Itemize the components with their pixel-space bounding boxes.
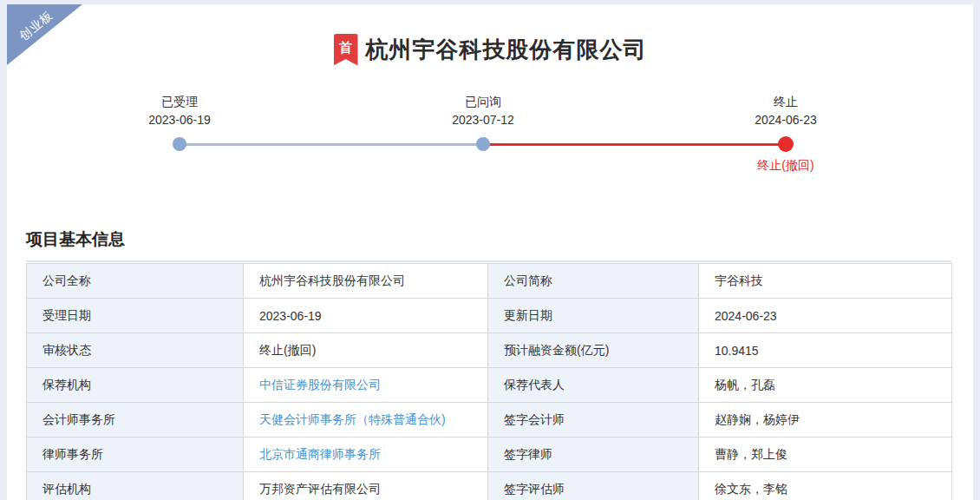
field-label: 律师事务所 bbox=[27, 438, 244, 472]
table-row: 受理日期 2023-06-19 更新日期 2024-06-23 bbox=[27, 299, 952, 333]
stage-dot-icon bbox=[173, 137, 186, 151]
stage-substatus: 终止(撤回) bbox=[716, 158, 855, 174]
field-label: 预计融资金额(亿元) bbox=[488, 333, 699, 368]
review-status-timeline: 已受理 2023-06-19 已问询 2023-07-12 终止 2024-06… bbox=[7, 66, 973, 188]
stage-label: 终止 bbox=[716, 95, 855, 110]
page-header: 首 杭州宇谷科技股份有限公司 bbox=[7, 4, 973, 66]
law-firm-link[interactable]: 北京市通商律师事务所 bbox=[259, 447, 381, 461]
ipo-first-badge-icon: 首 bbox=[334, 34, 358, 66]
content-card: 创业板 首 杭州宇谷科技股份有限公司 已受理 2023-06-19 已问询 20… bbox=[7, 4, 973, 500]
stage-dot-icon bbox=[476, 137, 490, 151]
field-value: 赵静娴，杨婷伊 bbox=[699, 403, 952, 438]
table-row: 公司全称 杭州宇谷科技股份有限公司 公司简称 宇谷科技 bbox=[27, 264, 952, 299]
stage-label: 已问询 bbox=[414, 95, 552, 110]
field-label: 签字律师 bbox=[488, 438, 699, 472]
accounting-firm-link[interactable]: 天健会计师事务所（特殊普通合伙) bbox=[259, 412, 446, 426]
field-label: 签字会计师 bbox=[488, 403, 699, 438]
field-label: 保荐机构 bbox=[27, 368, 244, 403]
field-label: 更新日期 bbox=[488, 299, 699, 333]
table-row: 保荐机构 中信证券股份有限公司 保荐代表人 杨帆，孔磊 bbox=[27, 368, 952, 403]
field-value: 10.9415 bbox=[699, 333, 952, 368]
field-value: 杭州宇谷科技股份有限公司 bbox=[244, 264, 488, 299]
field-label: 会计师事务所 bbox=[27, 403, 244, 438]
table-row: 律师事务所 北京市通商律师事务所 签字律师 曹静，郑上俊 bbox=[27, 438, 952, 472]
field-label: 受理日期 bbox=[27, 299, 244, 333]
basic-info-table: 公司全称 杭州宇谷科技股份有限公司 公司简称 宇谷科技 受理日期 2023-06… bbox=[26, 263, 952, 500]
timeline-segment-accepted-inquired bbox=[180, 143, 483, 146]
field-label: 公司简称 bbox=[488, 264, 699, 299]
field-value: 曹静，郑上俊 bbox=[699, 438, 952, 472]
field-value: 2024-06-23 bbox=[699, 299, 952, 333]
stage-date: 2023-06-19 bbox=[110, 113, 249, 127]
sponsor-link[interactable]: 中信证券股份有限公司 bbox=[259, 378, 381, 391]
field-label: 公司全称 bbox=[27, 264, 244, 299]
field-label: 保荐代表人 bbox=[488, 368, 699, 403]
field-value: 宇谷科技 bbox=[699, 264, 952, 299]
field-value: 终止(撤回) bbox=[244, 333, 488, 368]
table-row: 审核状态 终止(撤回) 预计融资金额(亿元) 10.9415 bbox=[27, 333, 952, 368]
stage-label: 已受理 bbox=[110, 95, 249, 110]
field-value: 徐文东，李铭 bbox=[699, 472, 952, 500]
section-title-basic-info: 项目基本信息 bbox=[26, 228, 951, 262]
field-label: 签字评估师 bbox=[488, 472, 699, 500]
stage-date: 2024-06-23 bbox=[716, 113, 855, 127]
company-title: 杭州宇谷科技股份有限公司 bbox=[366, 35, 647, 65]
table-row: 评估机构 万邦资产评估有限公司 签字评估师 徐文东，李铭 bbox=[27, 472, 952, 500]
field-label: 审核状态 bbox=[27, 333, 244, 368]
field-label: 评估机构 bbox=[27, 472, 244, 500]
field-value: 杨帆，孔磊 bbox=[699, 368, 952, 403]
timeline-segment-inquired-terminated bbox=[483, 143, 786, 146]
stage-date: 2023-07-12 bbox=[414, 113, 552, 127]
field-value: 万邦资产评估有限公司 bbox=[244, 472, 488, 500]
stage-dot-icon bbox=[778, 136, 794, 152]
table-row: 会计师事务所 天健会计师事务所（特殊普通合伙) 签字会计师 赵静娴，杨婷伊 bbox=[27, 403, 952, 438]
field-value: 2023-06-19 bbox=[244, 299, 488, 333]
